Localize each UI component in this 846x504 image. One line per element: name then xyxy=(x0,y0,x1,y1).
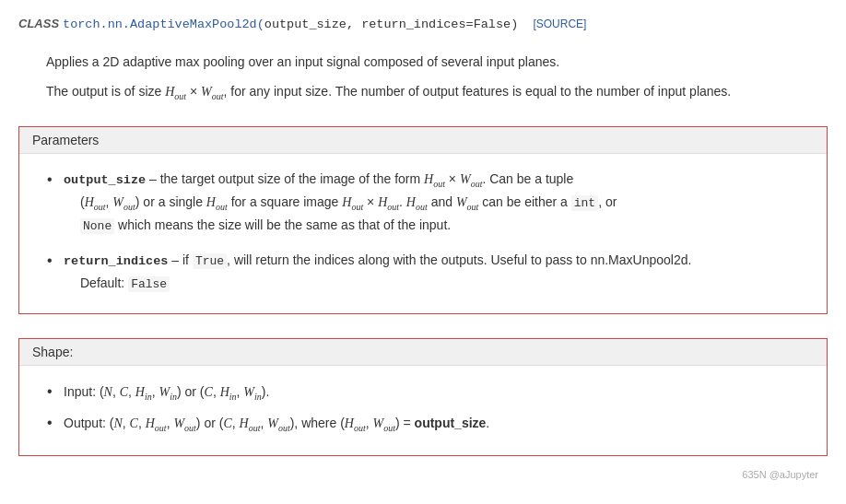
math-hout-wout-inline: Hout xyxy=(165,85,186,99)
class-keyword: CLASS xyxy=(18,17,59,30)
class-closing-paren: ) xyxy=(511,18,518,31)
shape-section: Shape: Input: (N, C, Hin, Win) or (C, Hi… xyxy=(18,338,828,457)
shape-output: Output: (N, C, Hout, Wout) or (C, Hout, … xyxy=(47,408,808,440)
source-link[interactable]: [SOURCE] xyxy=(533,18,586,30)
code-true: True xyxy=(193,253,227,269)
param-output-size-name: output_size xyxy=(64,173,146,187)
description-para1: Applies a 2D adaptive max pooling over a… xyxy=(18,44,828,79)
param-return-indices-name: return_indices xyxy=(64,254,168,268)
parameters-header: Parameters xyxy=(19,127,827,154)
watermark: 635N @aJupyter xyxy=(18,465,828,482)
description-para2: The output is of size Hout × Wout, for a… xyxy=(18,79,828,111)
shape-list: Input: (N, C, Hin, Win) or (C, Hin, Win)… xyxy=(47,377,808,441)
param-output-size: output_size – the target output size of … xyxy=(47,165,808,240)
shape-input: Input: (N, C, Hin, Win) or (C, Hin, Win)… xyxy=(47,377,808,409)
class-params: output_size, return_indices=False xyxy=(264,18,511,31)
shape-content: Input: (N, C, Hin, Win) or (C, Hin, Win)… xyxy=(19,366,827,456)
parameters-list: output_size – the target output size of … xyxy=(47,165,808,299)
param-return-indices: return_indices – if True, will return th… xyxy=(47,246,808,299)
code-int: int xyxy=(571,195,598,211)
output-size-cont2: None which means the size will be the sa… xyxy=(64,215,808,237)
parameters-content: output_size – the target output size of … xyxy=(19,154,827,313)
output-size-cont1: (Hout, Wout) or a single Hout for a squa… xyxy=(64,192,808,215)
class-name: torch.nn.AdaptiveMaxPool2d( xyxy=(63,18,264,31)
code-false: False xyxy=(128,276,170,292)
code-none: None xyxy=(80,218,114,234)
math-wout-inline: Wout xyxy=(201,85,223,99)
math-hout-times-wout: Hout xyxy=(424,172,445,186)
class-header: CLASStorch.nn.AdaptiveMaxPool2d(output_s… xyxy=(18,9,828,44)
page-wrapper: CLASStorch.nn.AdaptiveMaxPool2d(output_s… xyxy=(0,0,846,500)
param-return-indices-default: Default: False xyxy=(64,273,808,295)
shape-header: Shape: xyxy=(19,339,827,366)
math-wout2: Wout xyxy=(460,172,482,186)
parameters-section: Parameters output_size – the target outp… xyxy=(18,126,828,314)
